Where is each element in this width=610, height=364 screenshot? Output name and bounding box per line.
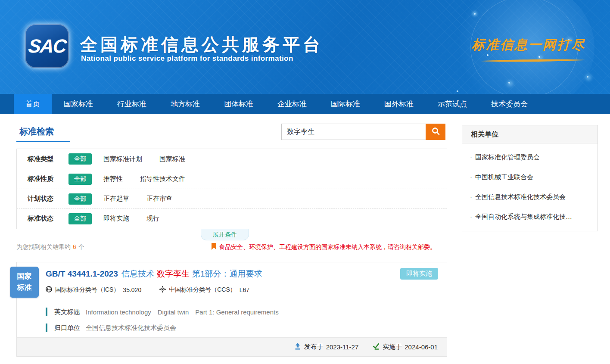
sac-logo[interactable]: SAC xyxy=(25,24,69,68)
nav-item-enterprise-standards[interactable]: 企业标准 xyxy=(265,94,319,114)
filter-row-plan-status: 计划状态 全部 正在起草 正在审查 xyxy=(17,189,447,208)
sidebar-item-machinery-federation[interactable]: ·中国机械工业联合会 xyxy=(462,167,598,187)
sidebar-item-automation-committee[interactable]: ·全国自动化系统与集成标准化技… xyxy=(462,207,598,227)
filter-option[interactable]: 正在起草 xyxy=(103,195,129,203)
nav-item-industry-standards-label[interactable]: 行业标准 xyxy=(105,94,159,114)
site-subtitle: National public service platform for sta… xyxy=(81,54,293,63)
nav-item-group-standards-label[interactable]: 团体标准 xyxy=(212,94,265,114)
result-count: 6 xyxy=(73,243,76,250)
nav-item-home-label[interactable]: 首页 xyxy=(14,94,52,114)
nav-item-pilot-label[interactable]: 示范试点 xyxy=(426,94,479,114)
nav-item-enterprise-standards-label[interactable]: 企业标准 xyxy=(265,94,319,114)
notice-text: 食品安全、环境保护、工程建设方面的国家标准未纳入本系统，请咨询相关部委。 xyxy=(219,243,436,251)
nav-item-international-standards-label[interactable]: 国际标准 xyxy=(319,94,372,114)
classification-row: 国际标准分类号（ICS） 35.020 中国标准分类号（CCS） L67 xyxy=(46,286,438,300)
main-nav: 首页 国家标准 行业标准 地方标准 团体标准 企业标准 国际标准 国外标准 示范… xyxy=(0,94,610,114)
committee-label: 归口单位 xyxy=(54,324,80,332)
ics-value: 35.020 xyxy=(123,286,141,293)
search-icon xyxy=(431,127,440,137)
result-summary-prefix: 为您找到相关结果约 xyxy=(16,243,71,250)
filter-label: 标准性质 xyxy=(28,175,68,183)
filter-all-button[interactable]: 全部 xyxy=(68,213,92,224)
filter-option[interactable]: 即将实施 xyxy=(103,215,129,223)
standard-code[interactable]: GB/T 43441.1-2023 xyxy=(46,269,118,278)
sidebar-item-sac[interactable]: ·国家标准化管理委员会 xyxy=(462,147,598,167)
search-input[interactable] xyxy=(281,124,426,140)
badge-line1: 国家 xyxy=(17,271,32,282)
nav-item-foreign-standards-label[interactable]: 国外标准 xyxy=(372,94,426,114)
national-standard-badge: 国家 标准 xyxy=(10,267,39,298)
filter-row-standard-type: 标准类型 全部 国家标准计划 国家标准 xyxy=(17,149,447,169)
standard-title-link[interactable]: GB/T 43441.1-2023信息技术数字孪生第1部分：通用要求 xyxy=(46,268,438,280)
badge-line2: 标准 xyxy=(17,282,32,293)
result-summary-suffix: 个 xyxy=(78,243,84,250)
english-title-value: Information technology—Digital twin—Part… xyxy=(86,308,279,316)
committee-value: 全国信息技术标准化技术委员会 xyxy=(86,324,176,332)
nav-item-international-standards[interactable]: 国际标准 xyxy=(319,94,372,114)
upload-icon xyxy=(294,343,301,352)
sidebar-item-label[interactable]: 全国自动化系统与集成标准化技… xyxy=(475,213,572,220)
ccs-label: 中国标准分类号（CCS） xyxy=(169,286,236,294)
compass-icon xyxy=(159,286,166,294)
standard-title-highlight[interactable]: 数字孪生 xyxy=(157,269,190,278)
list-dot: · xyxy=(470,153,472,161)
filter-option[interactable]: 推荐性 xyxy=(103,175,123,183)
sidebar-item-label[interactable]: 国家标准化管理委员会 xyxy=(475,153,540,161)
slogan-text: 标准信息一网打尽 xyxy=(472,36,585,54)
status-badge: 即将实施 xyxy=(400,268,438,280)
list-dot: · xyxy=(470,173,472,180)
sidebar-item-label[interactable]: 全国信息技术标准化技术委员会 xyxy=(475,193,566,200)
filter-all-button[interactable]: 全部 xyxy=(68,193,92,205)
publish-date-item: 发布于 2023-11-27 xyxy=(294,343,359,352)
nav-item-pilot[interactable]: 示范试点 xyxy=(426,94,479,114)
filter-option[interactable]: 国家标准 xyxy=(159,155,185,163)
implement-label: 实施于 xyxy=(383,343,402,351)
nav-item-industry-standards[interactable]: 行业标准 xyxy=(105,94,159,114)
standard-title-post[interactable]: 第1部分：通用要求 xyxy=(192,269,262,278)
nav-item-national-standards-label[interactable]: 国家标准 xyxy=(52,94,105,114)
site-header: SAC 全国标准信息公共服务平台 National public service… xyxy=(0,0,610,94)
filter-label: 计划状态 xyxy=(28,195,68,203)
filter-label: 标准状态 xyxy=(28,215,68,223)
list-dot: · xyxy=(470,213,472,220)
filter-all-button[interactable]: 全部 xyxy=(68,174,92,185)
filter-panel: 标准类型 全部 国家标准计划 国家标准 标准性质 全部 推荐性 指导性技术文件 … xyxy=(16,149,447,229)
committee-row: 归口单位 全国信息技术标准化技术委员会 xyxy=(46,324,438,332)
nav-item-technical-committee-label[interactable]: 技术委员会 xyxy=(479,94,540,114)
standard-title-pre[interactable]: 信息技术 xyxy=(121,269,154,278)
search-button[interactable] xyxy=(426,124,445,140)
result-info-row: 为您找到相关结果约6个 食品安全、环境保护、工程建设方面的国家标准未纳入本系统，… xyxy=(16,241,447,253)
filter-option[interactable]: 现行 xyxy=(146,215,159,223)
filter-option[interactable]: 正在审查 xyxy=(146,195,172,203)
nav-item-home[interactable]: 首页 xyxy=(14,94,52,114)
filter-row-standard-nature: 标准性质 全部 推荐性 指导性技术文件 xyxy=(17,169,447,189)
expand-conditions-button[interactable]: 展开条件 xyxy=(201,229,249,240)
english-title-label: 英文标题 xyxy=(54,308,80,316)
english-title-row: 英文标题 Information technology—Digital twin… xyxy=(46,308,438,316)
card-footer: 发布于 2023-11-27 实施于 2024-06-01 xyxy=(17,337,447,356)
nav-item-group-standards[interactable]: 团体标准 xyxy=(212,94,265,114)
section-title-underline xyxy=(16,141,70,142)
publish-date: 2023-11-27 xyxy=(326,343,359,351)
nav-item-foreign-standards[interactable]: 国外标准 xyxy=(372,94,426,114)
ccs-value: L67 xyxy=(240,286,249,293)
nav-item-local-standards[interactable]: 地方标准 xyxy=(159,94,212,114)
nav-item-local-standards-label[interactable]: 地方标准 xyxy=(159,94,212,114)
filter-option[interactable]: 国家标准计划 xyxy=(103,155,142,163)
filter-row-standard-status: 标准状态 全部 即将实施 现行 xyxy=(17,208,447,228)
notice: 食品安全、环境保护、工程建设方面的国家标准未纳入本系统，请咨询相关部委。 xyxy=(212,243,447,252)
filter-option[interactable]: 指导性技术文件 xyxy=(140,175,185,183)
site-title: 全国标准信息公共服务平台 xyxy=(80,33,323,56)
related-units-list: ·国家标准化管理委员会 ·中国机械工业联合会 ·全国信息技术标准化技术委员会 ·… xyxy=(462,143,598,231)
section-title: 标准检索 xyxy=(19,126,54,137)
sidebar-item-it-standardization-committee[interactable]: ·全国信息技术标准化技术委员会 xyxy=(462,187,598,207)
sidebar-item-label[interactable]: 中国机械工业联合会 xyxy=(475,173,533,180)
nav-item-technical-committee[interactable]: 技术委员会 xyxy=(479,94,540,114)
globe-icon xyxy=(46,286,52,294)
related-units-panel: 相关单位 ·国家标准化管理委员会 ·中国机械工业联合会 ·全国信息技术标准化技术… xyxy=(462,125,598,231)
bookmark-icon xyxy=(212,243,216,252)
nav-item-national-standards[interactable]: 国家标准 xyxy=(52,94,105,114)
filter-all-button[interactable]: 全部 xyxy=(68,153,92,165)
ics-label: 国际标准分类号（ICS） xyxy=(55,286,119,294)
result-summary: 为您找到相关结果约6个 xyxy=(16,243,84,251)
